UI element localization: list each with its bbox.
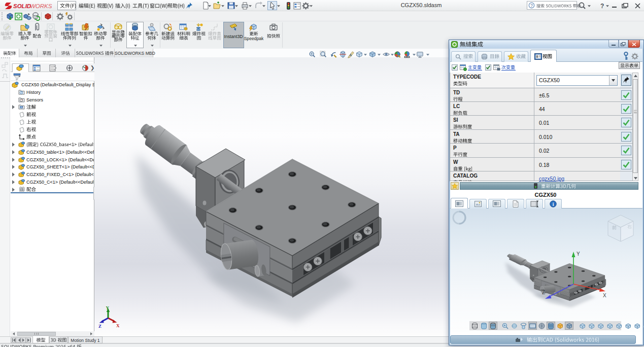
svg-text:?: ? (530, 3, 533, 8)
svg-text:A: A (21, 106, 22, 109)
svg-text:SOLID: SOLID (13, 3, 31, 9)
svg-text:Y: Y (577, 251, 580, 257)
svg-text:Z: Z (542, 290, 545, 295)
svg-text:Z: Z (98, 324, 101, 329)
svg-text:X: X (116, 323, 120, 328)
svg-text:Y: Y (106, 305, 110, 310)
svg-text:A: A (349, 53, 352, 57)
svg-text:WORKS: WORKS (30, 3, 52, 9)
svg-text:X: X (603, 293, 606, 298)
svg-text:i: i (553, 202, 554, 207)
